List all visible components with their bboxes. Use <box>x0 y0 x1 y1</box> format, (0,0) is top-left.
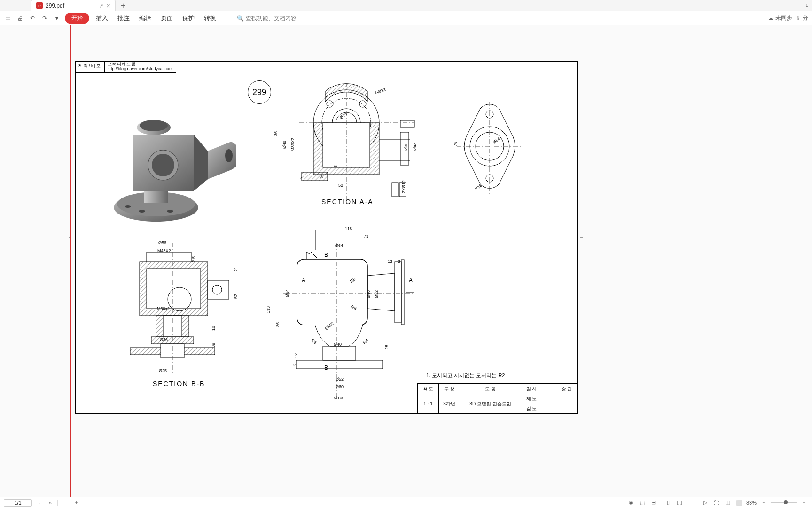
dim-label: 6 <box>333 165 338 167</box>
dim-label: Ø36 <box>160 337 168 342</box>
menu-convert[interactable]: 转换 <box>201 14 219 23</box>
menu-page[interactable]: 页面 <box>158 14 176 23</box>
dim-label: Ø64 <box>335 243 343 248</box>
zoom-out-btn[interactable]: − <box>759 499 768 507</box>
dim-label: M48X2 <box>157 248 171 253</box>
svg-rect-20 <box>302 172 328 181</box>
svg-line-57 <box>311 252 317 258</box>
print-icon[interactable]: 🖨 <box>16 14 24 23</box>
svg-rect-23 <box>400 120 414 127</box>
dim-label: 10 <box>211 326 216 331</box>
svg-point-4 <box>125 205 131 208</box>
tb-check-hdr: 검 도 <box>521 404 542 414</box>
svg-point-15 <box>359 101 366 107</box>
tb-scale-val: 1 : 1 <box>418 394 439 414</box>
document-viewport[interactable]: 제작/배포 스터디캐드캠 http://blog.naver.com/study… <box>0 25 812 497</box>
share-button[interactable]: ⇪ 分 <box>796 14 808 22</box>
dim-label: 73 <box>364 234 368 238</box>
dim-label: Ø40 <box>334 342 342 347</box>
menu-edit[interactable]: 编辑 <box>136 14 154 23</box>
dim-label: M38x2 <box>157 306 170 311</box>
page-indicator-input[interactable] <box>4 499 32 507</box>
dim-label: Ø48 <box>413 143 417 151</box>
pdf-icon: P <box>36 2 43 9</box>
search-box[interactable]: 🔍 <box>237 15 307 22</box>
fit-width-icon[interactable]: ⬜ <box>735 499 743 507</box>
eye-icon[interactable]: ◉ <box>627 499 635 507</box>
tb-proj-hdr: 투 상 <box>439 384 460 394</box>
section-a-a-view <box>273 78 419 205</box>
two-page-icon[interactable]: ▯▯ <box>675 499 684 507</box>
svg-rect-40 <box>208 280 229 299</box>
frame-tick <box>580 237 583 238</box>
tab-bar: P 299.pdf ⤢ ✕ + 1 <box>0 0 812 11</box>
zoom-in-btn[interactable]: ＋ <box>800 499 808 507</box>
menu-icon[interactable]: ☰ <box>4 14 12 23</box>
dim-label: 39 <box>211 343 216 348</box>
dim-label: 2XØ12 <box>401 180 406 193</box>
fullscreen-icon[interactable]: ⛶ <box>712 499 721 507</box>
toolbar: ☰ 🖨 ↶ ↷ ▾ 开始 插入 批注 编辑 页面 保护 转换 🔍 ☁ 未同步 ⇪… <box>0 11 812 25</box>
stamp-left-label: 제작/배포 <box>76 61 105 72</box>
dim-label: Ø46 <box>366 290 371 298</box>
menu-annotate[interactable]: 批注 <box>115 14 133 23</box>
drawing-sheet: 제작/배포 스터디캐드캠 http://blog.naver.com/study… <box>75 61 578 414</box>
dim-label: Ø52 <box>336 377 344 381</box>
menu-protect[interactable]: 保护 <box>180 14 197 23</box>
play-icon[interactable]: ▷ <box>701 499 710 507</box>
zoom-slider[interactable] <box>771 502 797 503</box>
ruler-guideline-horizontal <box>0 36 812 36</box>
zoom-in-icon[interactable]: ＋ <box>72 499 80 507</box>
cloud-label: 未同步 <box>775 14 792 22</box>
svg-rect-39 <box>147 252 191 262</box>
dim-label: Ø25 <box>159 368 167 373</box>
dim-label: 8 <box>320 175 323 179</box>
undo-icon[interactable]: ↶ <box>28 14 37 23</box>
dim-label: 52 <box>338 183 343 188</box>
svg-rect-49 <box>395 262 401 323</box>
svg-rect-48 <box>297 259 367 325</box>
add-tab-button[interactable]: + <box>117 0 129 11</box>
search-input[interactable] <box>246 15 307 22</box>
tb-approve-hdr: 승 인 <box>556 384 578 394</box>
cloud-sync-button[interactable]: ☁ 未同步 <box>768 14 792 22</box>
tb-proj-val: 3각법 <box>439 394 460 414</box>
share-label: 分 <box>803 14 808 22</box>
start-button[interactable]: 开始 <box>65 13 89 24</box>
page-fit-icon[interactable]: ⊟ <box>649 499 658 507</box>
drawing-number-badge: 299 <box>248 80 271 104</box>
document-tab[interactable]: P 299.pdf ⤢ ✕ <box>31 0 116 11</box>
zoom-out-icon[interactable]: − <box>61 499 69 507</box>
tab-filename: 299.pdf <box>46 2 96 9</box>
dropdown-icon[interactable]: ▾ <box>53 14 61 23</box>
page-next-icon[interactable]: › <box>35 499 43 507</box>
section-b-b-label: SECTION B-B <box>153 380 205 388</box>
read-mode-icon[interactable]: ⬚ <box>638 499 647 507</box>
title-block: 척 도 투 상 도 명 일 시 승 인 1 : 1 3각법 3D 모델링 연습도… <box>417 383 578 414</box>
author-stamp: 제작/배포 스터디캐드캠 http://blog.naver.com/study… <box>75 61 176 73</box>
menu-insert[interactable]: 插入 <box>93 14 111 23</box>
crop-icon[interactable]: ◫ <box>724 499 732 507</box>
dim-label: 28 <box>384 345 389 349</box>
share-icon: ⇪ <box>796 15 801 22</box>
single-page-icon[interactable]: ▯ <box>664 499 672 507</box>
dim-label: 4 <box>300 176 303 181</box>
svg-point-7 <box>152 154 174 176</box>
section-marker-a: A <box>302 277 305 284</box>
pin-icon[interactable]: ⤢ <box>99 3 103 9</box>
frame-tick <box>327 25 327 28</box>
redo-icon[interactable]: ↷ <box>40 14 49 23</box>
section-b-b-view <box>121 240 243 379</box>
window-badge: 1 <box>804 2 810 8</box>
section-marker-b: B <box>324 252 328 258</box>
close-tab-icon[interactable]: ✕ <box>106 3 110 9</box>
dim-label: Ø100 <box>334 396 344 400</box>
continuous-icon[interactable]: ≣ <box>687 499 695 507</box>
dim-label: 86 <box>275 322 280 327</box>
svg-point-3 <box>167 210 173 213</box>
dim-label: 52 <box>234 294 238 299</box>
svg-point-14 <box>327 101 333 107</box>
svg-rect-25 <box>392 183 398 197</box>
page-last-icon[interactable]: » <box>46 499 55 507</box>
dim-label: Ø56 <box>158 240 166 245</box>
